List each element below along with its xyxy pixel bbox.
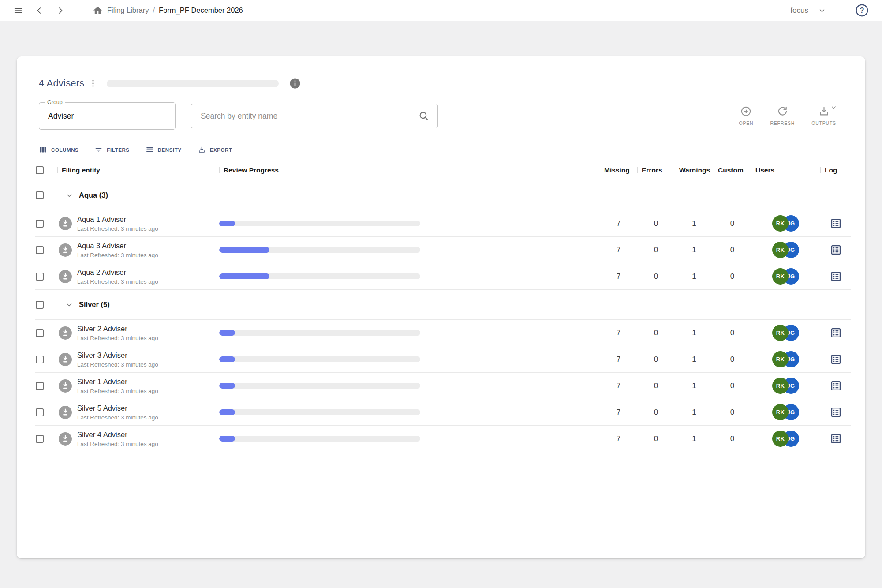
header-filing-entity[interactable]: Filing entity: [57, 160, 219, 180]
entity-name: Silver 4 Adviser: [77, 431, 158, 439]
help-icon[interactable]: ?: [855, 4, 869, 17]
menu-icon[interactable]: [13, 6, 23, 15]
missing-value: 7: [600, 237, 637, 263]
table-row[interactable]: Aqua 2 Adviser Last Refreshed: 3 minutes…: [35, 263, 851, 290]
custom-value: 0: [714, 373, 751, 399]
table-row[interactable]: Silver 4 Adviser Last Refreshed: 3 minut…: [35, 426, 851, 452]
header-errors[interactable]: Errors: [637, 160, 675, 180]
svg-text:?: ?: [860, 6, 864, 14]
group-checkbox[interactable]: [36, 301, 44, 309]
log-icon[interactable]: [830, 270, 842, 282]
missing-value: 7: [600, 426, 637, 452]
back-icon[interactable]: [34, 6, 44, 15]
row-checkbox[interactable]: [36, 273, 44, 281]
kebab-menu-icon[interactable]: [89, 79, 97, 88]
export-icon: [198, 146, 206, 154]
custom-value: 0: [714, 399, 751, 425]
row-checkbox[interactable]: [36, 408, 44, 416]
errors-value: 0: [637, 373, 675, 399]
header-warnings[interactable]: Warnings: [675, 160, 714, 180]
table-row[interactable]: Silver 3 Adviser Last Refreshed: 3 minut…: [35, 346, 851, 373]
row-checkbox[interactable]: [36, 246, 44, 254]
open-label: OPEN: [739, 120, 753, 126]
entity-text: Silver 1 Adviser Last Refreshed: 3 minut…: [77, 378, 158, 394]
row-checkbox[interactable]: [36, 220, 44, 228]
table-row[interactable]: Aqua 3 Adviser Last Refreshed: 3 minutes…: [35, 237, 851, 263]
missing-value: 7: [600, 210, 637, 236]
search-input[interactable]: [201, 112, 418, 121]
header-users[interactable]: Users: [751, 160, 820, 180]
table-row[interactable]: Silver 2 Adviser Last Refreshed: 3 minut…: [35, 320, 851, 346]
columns-label: COLUMNS: [51, 147, 78, 153]
warnings-value: 1: [675, 399, 714, 425]
outputs-button[interactable]: OUTPUTS: [811, 105, 836, 126]
log-icon[interactable]: [830, 433, 842, 445]
row-checkbox[interactable]: [36, 329, 44, 337]
progress-fill: [219, 409, 235, 415]
custom-value: 0: [714, 426, 751, 452]
custom-value: 0: [714, 346, 751, 372]
log-icon[interactable]: [830, 406, 842, 418]
refresh-button[interactable]: REFRESH: [770, 105, 795, 126]
header-missing[interactable]: Missing: [600, 160, 637, 180]
log-icon[interactable]: [830, 244, 842, 256]
entity-text: Silver 3 Adviser Last Refreshed: 3 minut…: [77, 351, 158, 368]
group-select[interactable]: Group Adviser: [39, 102, 176, 130]
download-circle-icon: [59, 353, 72, 366]
avatar: RK: [772, 404, 789, 420]
export-label: EXPORT: [210, 147, 232, 153]
workspace-label: focus: [790, 6, 808, 15]
warnings-value: 1: [675, 237, 714, 263]
home-icon[interactable]: [93, 5, 103, 15]
download-circle-icon: [59, 270, 72, 283]
download-circle-icon: [59, 406, 72, 419]
avatar: RK: [772, 378, 789, 394]
export-button[interactable]: EXPORT: [198, 146, 232, 154]
header-review-progress[interactable]: Review Progress: [219, 160, 600, 180]
table-row[interactable]: Silver 5 Adviser Last Refreshed: 3 minut…: [35, 399, 851, 426]
group-row: Aqua (3): [35, 180, 851, 210]
select-all-checkbox[interactable]: [36, 166, 44, 174]
avatar: RK: [772, 431, 789, 447]
header-custom[interactable]: Custom: [714, 160, 751, 180]
errors-value: 0: [637, 210, 675, 236]
forward-icon[interactable]: [56, 6, 65, 15]
chevron-down-icon[interactable]: [65, 191, 74, 200]
warnings-value: 1: [675, 263, 714, 289]
warnings-value: 1: [675, 346, 714, 372]
log-icon[interactable]: [830, 353, 842, 365]
search-icon[interactable]: [418, 110, 430, 122]
entity-name: Aqua 1 Adviser: [77, 215, 158, 224]
entity-text: Silver 2 Adviser Last Refreshed: 3 minut…: [77, 325, 158, 341]
workspace-dropdown[interactable]: focus: [790, 6, 826, 15]
table-body: Aqua (3) Aqua 1 Adviser Last Refreshed: …: [35, 180, 851, 452]
breadcrumb-current: Form_PF December 2026: [159, 6, 243, 15]
log-icon[interactable]: [830, 327, 842, 339]
chevron-down-icon[interactable]: [65, 300, 74, 309]
columns-button[interactable]: COLUMNS: [39, 146, 78, 154]
table-row[interactable]: Silver 1 Adviser Last Refreshed: 3 minut…: [35, 373, 851, 399]
entity-refreshed: Last Refreshed: 3 minutes ago: [77, 388, 158, 394]
table-header: Filing entity Review Progress Missing Er…: [35, 160, 851, 180]
progress-bar: [219, 247, 420, 253]
row-checkbox[interactable]: [36, 356, 44, 363]
log-icon[interactable]: [830, 380, 842, 392]
group-checkbox[interactable]: [36, 191, 44, 199]
user-avatars: RKJG: [751, 237, 820, 263]
table-row[interactable]: Aqua 1 Adviser Last Refreshed: 3 minutes…: [35, 210, 851, 237]
info-icon[interactable]: [289, 78, 301, 89]
avatar: RK: [772, 351, 789, 367]
row-checkbox[interactable]: [36, 435, 44, 443]
open-icon: [740, 105, 752, 117]
row-checkbox[interactable]: [36, 382, 44, 390]
breadcrumb: Filing Library / Form_PF December 2026: [93, 5, 243, 15]
filters-button[interactable]: FILTERS: [94, 146, 129, 154]
open-button[interactable]: OPEN: [739, 105, 753, 126]
entity-text: Aqua 2 Adviser Last Refreshed: 3 minutes…: [77, 268, 158, 285]
density-label: DENSITY: [158, 147, 182, 153]
breadcrumb-parent[interactable]: Filing Library: [107, 6, 149, 15]
progress-fill: [219, 330, 235, 336]
header-log[interactable]: Log: [820, 160, 851, 180]
density-button[interactable]: DENSITY: [146, 146, 182, 154]
log-icon[interactable]: [830, 217, 842, 229]
